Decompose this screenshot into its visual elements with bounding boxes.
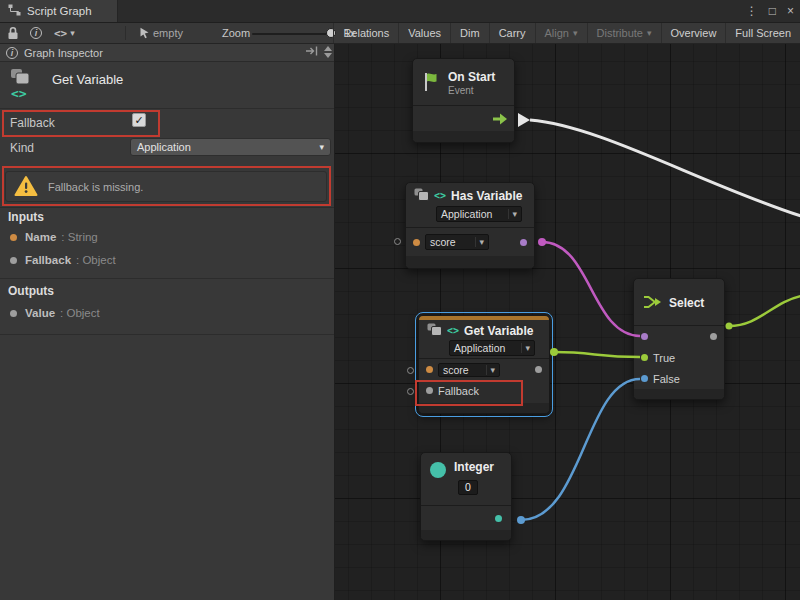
chevron-down-icon: ▾	[319, 142, 324, 152]
input-type: : String	[61, 231, 97, 243]
button-label: Overview	[671, 27, 717, 39]
kind-dropdown[interactable]: Application ▾	[436, 206, 522, 222]
fallback-field-label: Fallback	[10, 116, 55, 130]
toolbar-separator	[125, 26, 126, 40]
code-icon: <>	[11, 86, 27, 101]
close-icon[interactable]: ×	[787, 4, 794, 18]
toolbar-button-carry[interactable]: Carry	[489, 23, 535, 43]
unconnected-port-circle[interactable]	[407, 388, 414, 395]
port-value-output[interactable]	[535, 366, 542, 373]
graph-inspector-title: Graph Inspector	[24, 47, 103, 59]
kind-dropdown[interactable]: Application ▾	[449, 340, 535, 356]
variable-name-dropdown[interactable]: score ▾	[438, 363, 500, 377]
maximize-icon[interactable]: □	[769, 4, 776, 18]
fallback-port-label: Fallback	[438, 385, 479, 397]
port-true-input[interactable]	[641, 354, 648, 361]
toolbar-button-align[interactable]: Align▾	[535, 23, 587, 43]
cursor-icon[interactable]	[139, 23, 150, 43]
node-title: Integer	[454, 460, 494, 474]
node-on-start[interactable]: On Start Event	[412, 58, 515, 143]
unconnected-port-circle[interactable]	[394, 238, 401, 245]
port-dot-gray	[10, 310, 17, 317]
graph-inspector-header: i Graph Inspector	[0, 44, 334, 62]
select-icon	[642, 292, 662, 314]
info-toggle-icon[interactable]: i	[30, 23, 42, 43]
chevron-down-icon: ▾	[486, 365, 495, 375]
node-title: On Start	[448, 70, 495, 84]
score-row: score ▾	[419, 359, 549, 380]
port-integer-output[interactable]	[495, 515, 502, 522]
button-label: Relations	[343, 27, 389, 39]
toolbar-button-values[interactable]: Values	[398, 23, 450, 43]
button-label: Align	[545, 27, 569, 39]
port-false-input[interactable]	[641, 375, 648, 382]
info-icon: i	[6, 47, 18, 59]
port-result-output[interactable]	[520, 239, 527, 246]
node-select[interactable]: Select True False	[633, 278, 725, 400]
kind-field-label: Kind	[10, 141, 34, 155]
outputs-section-header: Outputs	[8, 284, 54, 298]
button-label: Carry	[499, 27, 526, 39]
node-has-variable[interactable]: <> Has Variable Application ▾ score ▾	[405, 182, 535, 269]
code-icon: <>	[434, 190, 446, 201]
fallback-row: Fallback	[419, 380, 549, 401]
false-row: False	[634, 368, 724, 389]
kind-value: Application	[441, 208, 492, 220]
toolbar-button-fullscreen[interactable]: Full Screen	[725, 23, 800, 43]
port-dot-gray	[10, 257, 17, 264]
menu-more-icon[interactable]: ⋮	[746, 4, 758, 18]
output-type: : Object	[60, 307, 100, 319]
toolbar-button-overview[interactable]: Overview	[661, 23, 726, 43]
wire-endpoint-dot	[726, 323, 733, 330]
port-name-input[interactable]	[413, 239, 420, 246]
input-row-fallback: Fallback : Object	[10, 254, 116, 266]
code-view-icon[interactable]: <> ▾	[54, 23, 75, 43]
node-get-variable[interactable]: <> Get Variable Application ▾ score ▾	[418, 315, 550, 414]
lock-icon[interactable]	[7, 23, 19, 43]
integer-icon	[430, 462, 446, 478]
scroll-arrows-icon[interactable]	[324, 46, 332, 58]
unconnected-port-circle[interactable]	[407, 367, 414, 374]
port-name-input[interactable]	[426, 366, 433, 373]
wire-endpoint-dot	[538, 238, 546, 246]
toolbar-button-relations[interactable]: Relations	[333, 23, 398, 43]
divider	[0, 334, 334, 335]
flow-arrow-cap	[518, 113, 530, 127]
kind-value: Application	[454, 342, 505, 354]
button-label: Values	[408, 27, 441, 39]
chevron-down-icon: ▾	[70, 28, 75, 38]
chevron-down-icon: ▾	[508, 209, 517, 219]
port-condition-input[interactable]	[641, 333, 648, 340]
zoom-slider-track[interactable]	[252, 33, 334, 35]
toolbar-button-distribute[interactable]: Distribute▾	[587, 23, 661, 43]
graph-canvas[interactable]: On Start Event <> Has Variable	[335, 44, 800, 600]
port-dot-orange	[10, 234, 17, 241]
tab-script-graph[interactable]: Script Graph	[0, 0, 118, 22]
flag-icon	[421, 71, 441, 95]
variable-name-dropdown[interactable]: score ▾	[425, 234, 489, 250]
fallback-checkbox[interactable]: ✓	[132, 113, 146, 127]
true-row: True	[634, 347, 724, 368]
input-type: : Object	[76, 254, 116, 266]
check-icon: ✓	[134, 114, 143, 126]
integer-value-field[interactable]: 0	[458, 480, 478, 495]
port-fallback-input[interactable]	[426, 387, 433, 394]
warning-box: Fallback is missing.	[5, 171, 327, 202]
tab-label: Script Graph	[27, 5, 92, 17]
chevron-down-icon: ▾	[521, 343, 530, 353]
wire-has-variable-to-select	[542, 242, 640, 336]
kind-dropdown[interactable]: Application ▾	[130, 138, 331, 156]
port-selection-output[interactable]	[710, 333, 717, 340]
wire-endpoint-dot	[517, 516, 525, 524]
node-integer[interactable]: Integer 0	[420, 452, 512, 541]
output-row-value: Value : Object	[10, 307, 100, 319]
variables-icon	[10, 68, 30, 87]
divider	[0, 207, 334, 208]
flow-output-port[interactable]	[492, 112, 508, 128]
dock-icon[interactable]	[305, 45, 319, 59]
unity-script-graph-window: Script Graph ⋮ □ × i <> ▾ empty Zoom 1x …	[0, 0, 800, 600]
node-subtitle: Event	[448, 85, 495, 96]
toolbar-button-dim[interactable]: Dim	[450, 23, 489, 43]
variable-name: score	[443, 364, 469, 376]
condition-row	[634, 326, 724, 347]
